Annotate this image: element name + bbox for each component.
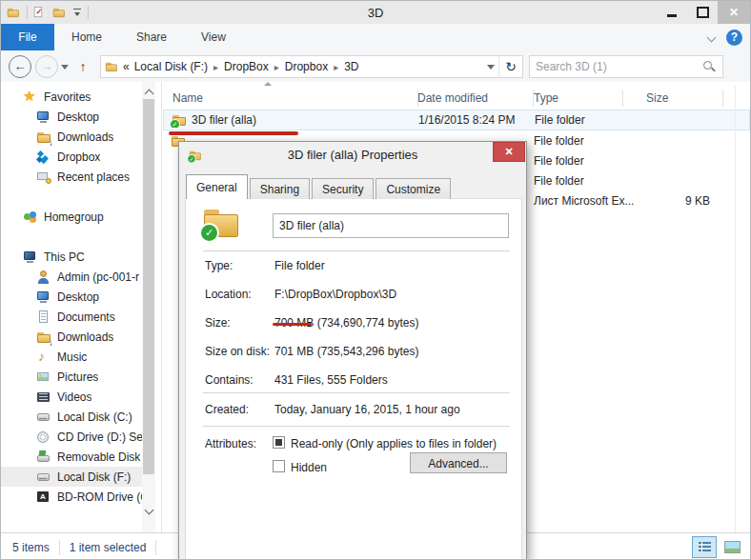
sidebar-item-downloads[interactable]: Downloads xyxy=(1,127,142,147)
forward-button[interactable]: → xyxy=(35,55,58,78)
breadcrumb-segment[interactable]: 3D xyxy=(342,60,360,73)
dialog-tabs: General Sharing Security Customize xyxy=(186,176,453,199)
sidebar-item-recent-places[interactable]: Recent places xyxy=(1,167,142,187)
recent-locations-dropdown-icon[interactable] xyxy=(58,56,71,77)
selection-count: 1 item selected xyxy=(70,541,147,554)
scrollbar-thumb[interactable] xyxy=(143,99,154,474)
dialog-close-button[interactable] xyxy=(493,142,525,162)
sync-check-icon xyxy=(170,119,180,128)
column-separator[interactable] xyxy=(622,90,623,107)
refresh-icon[interactable] xyxy=(498,56,522,77)
title-bar: 3D xyxy=(1,1,750,24)
tab-general[interactable]: General xyxy=(186,174,248,199)
downloads-folder-icon xyxy=(36,130,51,145)
close-button[interactable] xyxy=(718,1,750,24)
address-box[interactable]: « Local Disk (F:) DropBox Dropbox 3D xyxy=(100,55,523,78)
sidebar-item-videos[interactable]: Videos xyxy=(1,387,142,407)
address-dropdown-icon[interactable] xyxy=(483,56,498,77)
sidebar-item-label: This PC xyxy=(44,250,85,264)
scroll-up-icon[interactable] xyxy=(142,86,155,99)
items-count: 5 items xyxy=(1,541,50,554)
sidebar-scrollbar xyxy=(142,82,155,532)
sync-check-icon xyxy=(199,223,219,243)
sidebar-item-documents[interactable]: Documents xyxy=(1,307,142,327)
star-icon xyxy=(23,90,38,105)
separator xyxy=(27,6,28,19)
folder-icon-large xyxy=(203,207,239,239)
sidebar-item-desktop[interactable]: Desktop xyxy=(1,107,142,127)
sidebar-item-label: Homegroup xyxy=(44,210,104,224)
hidden-checkbox[interactable] xyxy=(273,460,285,472)
help-icon[interactable]: ? xyxy=(726,30,742,46)
readonly-checkbox[interactable] xyxy=(273,436,285,449)
window-controls xyxy=(657,1,750,24)
qat-customize-dropdown-icon[interactable] xyxy=(72,8,83,17)
hidden-label: Hidden xyxy=(291,461,327,474)
sidebar-item-label: Admin (pc-001-r xyxy=(57,270,139,284)
breadcrumb-segment[interactable]: Dropbox xyxy=(283,60,330,73)
column-separator[interactable] xyxy=(417,90,418,107)
tab-sharing[interactable]: Sharing xyxy=(250,178,310,199)
field-label: Type: xyxy=(205,259,233,272)
sidebar-item-pictures[interactable]: Pictures xyxy=(1,367,142,387)
sidebar-item-desktop-pc[interactable]: Desktop xyxy=(1,287,142,307)
file-date: 1/16/2015 8:24 PM xyxy=(413,113,528,127)
sidebar-item-downloads-pc[interactable]: Downloads xyxy=(1,327,142,347)
column-header-type[interactable]: Type xyxy=(527,91,617,105)
computer-icon xyxy=(23,250,38,265)
column-header-name[interactable]: Name xyxy=(163,91,412,105)
sidebar-item-cd-drive-d[interactable]: CD Drive (D:) Sec xyxy=(1,427,142,447)
sidebar-item-removable-disk[interactable]: Removable Disk ( xyxy=(1,447,142,467)
size-value-rest: (734,690,774 bytes) xyxy=(314,316,418,330)
details-view-button[interactable] xyxy=(692,536,717,558)
minimize-button[interactable] xyxy=(657,1,687,24)
column-header-size[interactable]: Size xyxy=(617,91,717,105)
sidebar-item-local-disk-f[interactable]: Local Disk (F:) xyxy=(1,467,142,487)
folder-icon[interactable] xyxy=(7,6,20,19)
view-buttons xyxy=(692,536,744,558)
tab-security[interactable]: Security xyxy=(312,178,374,199)
sidebar-item-local-disk-c[interactable]: Local Disk (C:) xyxy=(1,407,142,427)
column-separator[interactable] xyxy=(722,90,723,107)
sidebar-item-label: Downloads xyxy=(57,130,113,144)
sidebar-item-this-pc[interactable]: This PC xyxy=(1,247,142,267)
column-header-date-modified[interactable]: Date modified xyxy=(412,91,527,105)
breadcrumb-overflow[interactable]: « xyxy=(120,60,132,73)
search-input[interactable] xyxy=(530,60,701,73)
table-row[interactable]: 3D filer (alla) 1/16/2015 8:24 PM File f… xyxy=(163,110,750,130)
back-button[interactable]: ← xyxy=(9,55,31,78)
sidebar-item-bdrom-drive-g[interactable]: BD-ROM Drive (G xyxy=(1,487,142,507)
maximize-button[interactable] xyxy=(687,1,718,24)
tab-home[interactable]: Home xyxy=(54,24,119,50)
tab-share[interactable]: Share xyxy=(119,24,184,50)
sidebar-item-label: CD Drive (D:) Sec xyxy=(57,430,142,444)
expand-ribbon-icon[interactable] xyxy=(707,32,717,42)
sidebar-item-dropbox[interactable]: Dropbox xyxy=(1,147,142,167)
thumbnails-view-button[interactable] xyxy=(720,536,744,558)
search-icon[interactable] xyxy=(701,59,717,74)
sidebar-item-label: Desktop xyxy=(57,110,99,124)
sidebar-item-favorites[interactable]: Favorites xyxy=(1,87,142,107)
sidebar-item-admin[interactable]: Admin (pc-001-r xyxy=(1,267,142,287)
up-button[interactable]: ↑ xyxy=(71,59,94,74)
folder-name-input[interactable] xyxy=(273,213,509,238)
sidebar-item-label: BD-ROM Drive (G xyxy=(57,490,142,504)
sidebar-item-homegroup[interactable]: Homegroup xyxy=(1,207,142,227)
tab-file[interactable]: File xyxy=(1,24,54,50)
separator xyxy=(155,540,156,555)
breadcrumb-segment[interactable]: Local Disk (F:) xyxy=(132,60,210,73)
tab-customize[interactable]: Customize xyxy=(376,178,451,199)
tab-view[interactable]: View xyxy=(184,24,243,50)
advanced-button[interactable]: Advanced... xyxy=(410,452,507,473)
column-separator[interactable] xyxy=(533,90,534,107)
dropbox-icon xyxy=(36,150,51,165)
cd-drive-icon xyxy=(36,430,51,445)
breadcrumb-segment[interactable]: DropBox xyxy=(222,60,271,73)
file-type: File folder xyxy=(527,174,617,188)
sidebar-item-music[interactable]: Music xyxy=(1,347,142,367)
properties-icon[interactable] xyxy=(32,6,46,19)
scroll-down-icon[interactable] xyxy=(142,505,155,518)
divider xyxy=(203,392,510,394)
file-type: File folder xyxy=(528,113,618,127)
new-folder-icon[interactable] xyxy=(52,6,66,19)
